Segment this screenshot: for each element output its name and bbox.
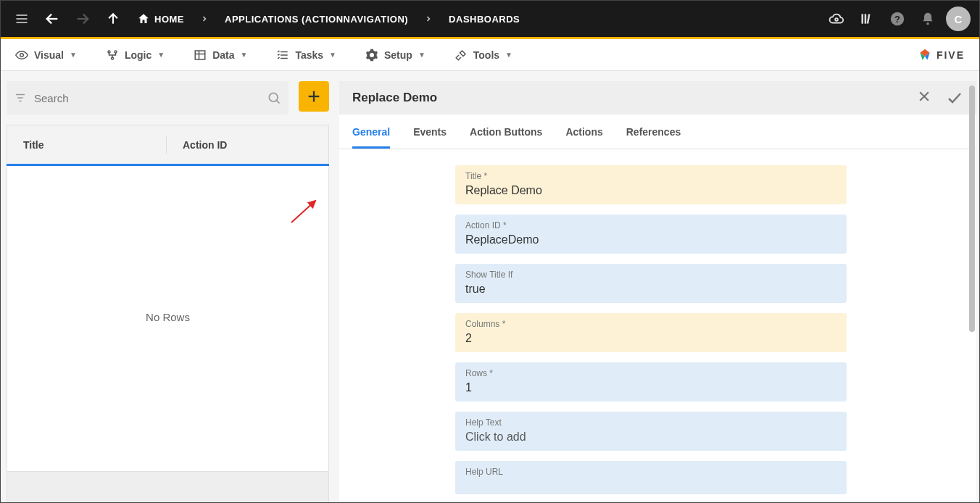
field-showtitle-label: Show Title If (465, 270, 836, 280)
tab-action-buttons[interactable]: Action Buttons (470, 115, 542, 149)
list-panel: Title Action ID No Rows (7, 81, 329, 503)
top-bar: HOME APPLICATIONS (ACTIONNAVIGATION) DAS… (1, 1, 979, 37)
bell-icon[interactable] (915, 7, 940, 31)
svg-rect-8 (865, 14, 867, 23)
brand-logo: FIVE (918, 48, 965, 62)
field-actionid-value: ReplaceDemo (465, 233, 836, 246)
filter-icon[interactable] (14, 91, 27, 104)
plus-icon (306, 88, 322, 104)
list-body: No Rows (7, 166, 329, 472)
svg-point-16 (111, 57, 113, 59)
field-helptext-label: Help Text (465, 417, 836, 428)
column-action-id[interactable]: Action ID (167, 139, 227, 151)
breadcrumb-applications[interactable]: APPLICATIONS (ACTIONNAVIGATION) (219, 14, 414, 25)
field-action-id[interactable]: Action ID * ReplaceDemo (455, 215, 847, 254)
tab-references[interactable]: References (626, 115, 681, 149)
svg-rect-17 (195, 51, 205, 59)
search-input[interactable] (34, 92, 259, 104)
list-footer (7, 472, 329, 503)
up-arrow-icon[interactable] (101, 7, 125, 31)
forward-arrow-icon (70, 7, 95, 31)
breadcrumb-home-label: HOME (154, 14, 184, 25)
field-show-title-if[interactable]: Show Title If true (455, 264, 847, 303)
field-help-url[interactable]: Help URL (455, 461, 847, 494)
main-area: Title Action ID No Rows Replace Demo Gen… (1, 71, 979, 503)
field-actionid-label: Action ID * (465, 220, 836, 230)
menu-visual[interactable]: Visual▼ (15, 49, 77, 62)
search-icon[interactable] (267, 91, 281, 105)
list-header: Title Action ID (7, 125, 329, 164)
field-helpurl-label: Help URL (465, 467, 836, 477)
close-icon[interactable] (917, 89, 931, 104)
svg-line-30 (276, 100, 279, 103)
library-icon[interactable] (855, 7, 879, 31)
detail-title: Replace Demo (352, 91, 437, 105)
svg-point-12 (926, 22, 929, 25)
svg-point-15 (115, 51, 117, 53)
menu-setup[interactable]: Setup▼ (365, 49, 425, 62)
detail-tabs: General Events Action Buttons Actions Re… (339, 115, 976, 149)
svg-rect-7 (862, 14, 864, 23)
back-arrow-icon[interactable] (40, 7, 65, 31)
tab-general[interactable]: General (352, 115, 390, 149)
field-columns-value: 2 (465, 332, 836, 345)
scrollbar[interactable] (969, 86, 975, 332)
svg-rect-9 (867, 14, 871, 24)
cloud-icon[interactable] (824, 7, 849, 31)
detail-panel: Replace Demo General Events Action Butto… (339, 81, 976, 503)
form-area[interactable]: Title * Replace Demo Action ID * Replace… (339, 149, 976, 503)
hamburger-icon[interactable] (9, 7, 34, 31)
menu-logic[interactable]: Logic▼ (106, 49, 165, 62)
field-helptext-value: Click to add (465, 431, 836, 444)
field-title[interactable]: Title * Replace Demo (455, 165, 847, 204)
no-rows-label: No Rows (7, 311, 328, 323)
field-rows[interactable]: Rows * 1 (455, 362, 847, 402)
breadcrumb-home[interactable]: HOME (131, 12, 190, 25)
breadcrumb-dashboards[interactable]: DASHBOARDS (443, 14, 526, 25)
chevron-right-icon (196, 14, 213, 23)
tab-actions[interactable]: Actions (565, 115, 602, 149)
breadcrumb-apps-label: APPLICATIONS (ACTIONNAVIGATION) (225, 14, 408, 25)
svg-point-14 (108, 51, 110, 53)
menu-tasks[interactable]: Tasks▼ (276, 49, 336, 62)
field-columns[interactable]: Columns * 2 (455, 313, 847, 352)
breadcrumb-dash-label: DASHBOARDS (449, 14, 520, 25)
avatar[interactable]: C (946, 7, 971, 31)
svg-text:?: ? (894, 14, 900, 25)
field-title-value: Replace Demo (465, 184, 836, 197)
menu-tools[interactable]: Tools▼ (454, 49, 512, 62)
check-icon[interactable] (946, 89, 963, 107)
field-rows-value: 1 (465, 381, 836, 394)
field-columns-label: Columns * (465, 319, 836, 329)
svg-point-6 (835, 18, 838, 21)
field-help-text[interactable]: Help Text Click to add (455, 412, 847, 451)
svg-point-13 (20, 53, 24, 57)
field-showtitle-value: true (465, 283, 836, 296)
chevron-right-icon (420, 14, 437, 23)
detail-header: Replace Demo (339, 81, 976, 115)
column-title[interactable]: Title (7, 136, 167, 154)
search-bar (7, 81, 288, 115)
menu-bar: Visual▼ Logic▼ Data▼ Tasks▼ Setup▼ Tools… (1, 39, 979, 71)
field-title-label: Title * (465, 171, 836, 181)
add-button[interactable] (299, 81, 329, 112)
menu-data[interactable]: Data▼ (194, 49, 247, 62)
tab-events[interactable]: Events (413, 115, 447, 149)
help-icon[interactable]: ? (885, 7, 910, 31)
field-rows-label: Rows * (465, 368, 836, 378)
svg-point-29 (269, 93, 278, 101)
